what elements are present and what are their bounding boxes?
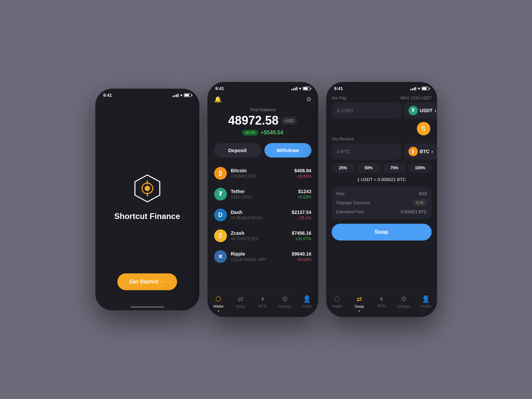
pct-50-button[interactable]: 50% [357, 163, 380, 173]
status-icons-1: ▾ [173, 93, 191, 98]
swap-details: Rate 8/10 Slippage Tolerance 0 % Estimat… [332, 187, 432, 219]
nfts-nav-label: NFTs [258, 304, 267, 308]
receive-input[interactable] [332, 143, 401, 160]
nav-swap[interactable]: ⇄ Swap [230, 295, 252, 312]
deposit-button[interactable]: Deposit [214, 143, 261, 158]
change-dollar: +$549.54 [261, 130, 283, 136]
pct-75-button[interactable]: 75% [383, 163, 406, 173]
fees-row: Estimated Fees 0.000021 BTC [336, 210, 427, 214]
coin-change-zcash: +31.07% [292, 236, 311, 241]
usdt-icon: ₮ [408, 106, 418, 115]
receive-token-button[interactable]: ₿ BTC › [404, 143, 437, 160]
battery-icon [184, 93, 191, 97]
change-pct-badge: +8.7% [242, 130, 258, 136]
nav-swap-active[interactable]: ⇄ Swap [348, 295, 371, 312]
balance-amount: 48972.58 USD [214, 114, 311, 128]
status-icons-2: ▾ [291, 86, 310, 91]
fees-label: Estimated Fees [336, 210, 364, 214]
withdraw-button[interactable]: Withdraw [264, 143, 311, 158]
receive-input-row: ₿ BTC › [332, 143, 432, 160]
slippage-row: Slippage Tolerance 0 % [336, 200, 427, 206]
get-started-button[interactable]: Get Started → [117, 273, 177, 290]
app-logo [132, 173, 162, 204]
coin-name-zcash: Zcash [231, 230, 259, 236]
pay-input[interactable] [332, 102, 401, 119]
percentage-buttons: 25% 50% 75% 100% [332, 163, 432, 173]
swap-direction-button[interactable]: ⇅ [417, 122, 430, 135]
time-2: 9:41 [215, 86, 224, 91]
you-pay-header: You Pay MAX 1243 USDT [332, 96, 432, 100]
you-receive-label: You Receive [332, 137, 354, 141]
tether-icon: ₮ [214, 188, 227, 201]
nav-settings-s[interactable]: ⚙ Settings [393, 295, 415, 312]
status-bar-1: 9:41 ▾ [95, 89, 199, 100]
coin-name-bitcoin: Bitcoin [231, 168, 257, 173]
coin-item-tether[interactable]: ₮ Tether 1243 USDT $1243 +0.02% [207, 184, 318, 205]
currency-badge: USD [281, 117, 297, 125]
status-bar-3: 9:41 ▾ [326, 82, 437, 93]
nfts-nav-label-s: NFTs [377, 304, 386, 308]
settings-sliders-icon[interactable]: ⚙ [306, 96, 311, 103]
coin-amount-tether: 1243 USDT [231, 195, 252, 200]
settings-nav-label-s: Settings [397, 304, 410, 308]
coin-item-ripple[interactable]: ✕ Ripple 12219.346301 XRP $9640.16 -20.0… [207, 246, 318, 267]
phones-container: 9:41 ▾ [95, 82, 437, 317]
home-indicator [131, 306, 164, 308]
profile-nav-icon-s: 👤 [422, 295, 430, 303]
coin-amount-ripple: 12219.346301 XRP [231, 257, 266, 262]
max-label: MAX 1243 USDT [400, 96, 431, 100]
settings-nav-label: Settings [278, 304, 292, 308]
nav-wallet[interactable]: ⬡ Wallet [207, 295, 230, 312]
battery-icon-3 [422, 87, 429, 90]
wallet-nav-icon-s: ⬡ [334, 295, 340, 303]
nav-nfts-s[interactable]: ♦ NFTs [371, 295, 393, 312]
nav-settings[interactable]: ⚙ Settings [274, 295, 296, 312]
fees-value: 0.000021 BTC [401, 210, 427, 214]
coin-item-dash[interactable]: D Dash 15.854819 DASH $2137.54 -25.1% [207, 205, 318, 225]
coin-value-zcash: $7456.16 [292, 230, 311, 236]
rate-row: Rate 8/10 [336, 191, 427, 196]
nav-profile-s[interactable]: 👤 Profile [415, 295, 437, 312]
rate-display: 1 USDT = 0.000021 BTC [332, 177, 432, 182]
pay-token-button[interactable]: ₮ USDT › [404, 102, 437, 119]
wallet-nav-icon: ⬡ [215, 295, 221, 303]
swap-nav-icon-s: ⇄ [356, 295, 362, 303]
signal-icon-2 [291, 87, 297, 90]
coin-amount-zcash: 43.728578 ZEC [231, 236, 259, 241]
wallet-active-dot [218, 310, 219, 312]
coin-value-dash: $2137.54 [292, 210, 311, 215]
pct-100-button[interactable]: 100% [408, 163, 432, 173]
coin-name-dash: Dash [231, 210, 262, 215]
coin-item-bitcoin[interactable]: ₿ Bitcoin 0.008481 BTC $408.94 -16.61% [207, 163, 318, 184]
receive-chevron-icon: › [431, 149, 433, 154]
slippage-label: Slippage Tolerance [336, 201, 371, 205]
wifi-icon: ▾ [180, 93, 182, 98]
profile-nav-label-s: Profile [421, 304, 431, 308]
time-1: 9:41 [103, 93, 112, 98]
coin-amount-dash: 15.854819 DASH [231, 216, 262, 220]
coin-change-dash: -25.1% [292, 216, 311, 220]
swap-button[interactable]: Swap [332, 224, 432, 240]
bottom-nav-wallet: ⬡ Wallet ⇄ Swap ♦ NFTs ⚙ Settings 👤 Prof… [207, 292, 318, 317]
notification-icon[interactable]: 🔔 [214, 96, 222, 103]
coin-item-zcash[interactable]: Z Zcash 43.728578 ZEC $7456.16 +31.07% [207, 225, 318, 246]
nfts-nav-icon-s: ♦ [380, 295, 383, 303]
settings-nav-icon: ⚙ [282, 295, 288, 303]
dash-icon: D [214, 209, 227, 221]
pay-input-row: ₮ USDT › [332, 102, 432, 119]
app-title: Shortcut Finance [114, 212, 180, 221]
nav-profile[interactable]: 👤 Profile [296, 295, 318, 312]
nav-nfts[interactable]: ♦ NFTs [252, 295, 274, 312]
coin-list: ₿ Bitcoin 0.008481 BTC $408.94 -16.61% ₮… [207, 162, 318, 268]
pct-25-button[interactable]: 25% [332, 163, 355, 173]
coin-change-ripple: -20.02% [292, 257, 311, 262]
balance-label: Total Balance [214, 107, 311, 112]
status-icons-3: ▾ [410, 86, 429, 91]
coin-name-ripple: Ripple [231, 251, 266, 257]
wallet-nav-label: Wallet [213, 304, 223, 308]
nav-wallet-swap[interactable]: ⬡ Wallet [326, 295, 348, 312]
balance-change: +8.7% +$549.54 [214, 130, 311, 136]
profile-nav-icon: 👤 [303, 295, 311, 303]
you-receive-header: You Receive [332, 137, 432, 141]
svg-point-2 [145, 186, 150, 191]
